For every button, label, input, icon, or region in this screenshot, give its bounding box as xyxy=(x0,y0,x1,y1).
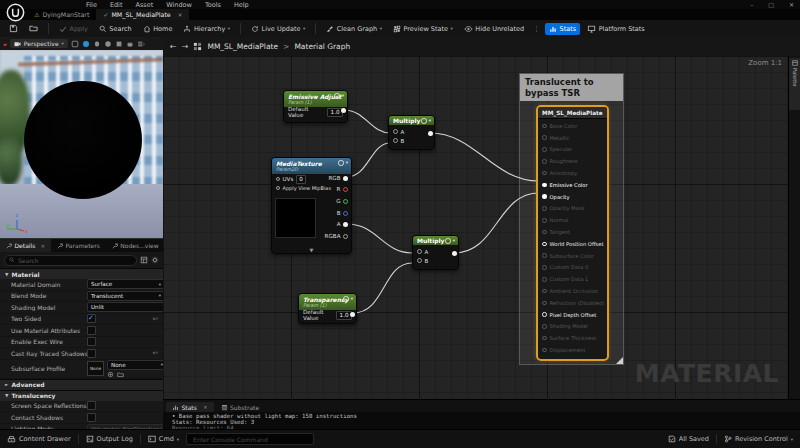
section-translucency[interactable]: ▼ Translucency xyxy=(0,390,163,401)
enable-exec-wire-checkbox[interactable] xyxy=(87,337,96,346)
output-pin[interactable] xyxy=(350,312,355,317)
nav-back-icon[interactable]: ← xyxy=(170,42,177,51)
node-header[interactable]: MediaTexture Param2D ▾ xyxy=(272,158,351,174)
input-pin[interactable] xyxy=(542,265,547,270)
result-pin-anisotropy[interactable]: Anisotropy xyxy=(542,167,605,179)
tab-details[interactable]: Details ✕ xyxy=(0,239,51,252)
input-pin-a[interactable] xyxy=(393,129,398,134)
preview-state-button[interactable]: Preview State▾ xyxy=(389,23,457,35)
two-sided-checkbox[interactable] xyxy=(87,314,96,323)
details-search-box[interactable] xyxy=(4,255,137,266)
subsurface-profile-dropdown[interactable]: None▾ xyxy=(107,360,167,370)
input-pin[interactable] xyxy=(542,324,547,329)
input-pin[interactable] xyxy=(542,253,547,258)
output-pin[interactable] xyxy=(452,251,457,256)
save-button[interactable] xyxy=(5,22,22,35)
texture-preview-thumbnail[interactable] xyxy=(275,198,316,238)
menu-tools[interactable]: Tools xyxy=(205,1,221,9)
input-pin[interactable] xyxy=(542,124,547,129)
clean-graph-button[interactable]: Clean Graph▾ xyxy=(322,23,386,35)
tab-close-icon[interactable]: ✕ xyxy=(203,404,207,410)
output-log-button[interactable]: Output Log xyxy=(86,435,133,443)
all-saved-indicator[interactable]: All Saved xyxy=(668,435,709,443)
console-command-box[interactable] xyxy=(186,433,314,445)
chevron-down-icon[interactable]: ▾ xyxy=(342,93,344,98)
node-material-result[interactable]: MM_SL_MediaPlate Base ColorMetallicSpecu… xyxy=(536,105,609,361)
node-multiply-bottom[interactable]: Multiply ▾ A B xyxy=(412,235,459,270)
output-b[interactable]: B xyxy=(337,210,348,216)
menu-edit[interactable]: Edit xyxy=(110,1,123,9)
hierarchy-button[interactable]: Hierarchy▾ xyxy=(179,23,234,35)
input-pin[interactable] xyxy=(542,312,547,317)
result-pin-opacity-mask[interactable]: Opacity Mask xyxy=(542,203,605,215)
input-pin[interactable] xyxy=(542,171,547,176)
perspective-dropdown[interactable]: Perspective ▾ xyxy=(10,39,68,48)
input-pin[interactable] xyxy=(542,336,547,341)
input-pin[interactable] xyxy=(542,242,547,247)
live-update-button[interactable]: Live Update▾ xyxy=(247,23,309,35)
input-pin[interactable] xyxy=(542,135,547,140)
result-pin-metallic[interactable]: Metallic xyxy=(542,132,605,144)
result-pin-pixel-depth-offset[interactable]: Pixel Depth Offset xyxy=(542,309,605,321)
output-r[interactable]: R xyxy=(337,186,348,192)
graph-tiles-icon[interactable] xyxy=(193,42,202,51)
chevron-up-icon[interactable]: ▾ xyxy=(346,160,348,165)
input-pin-b[interactable] xyxy=(393,138,398,143)
result-pin-opacity[interactable]: Opacity xyxy=(542,191,605,203)
screen-space-reflections-checkbox[interactable] xyxy=(87,401,96,410)
preview-mesh-sphere-lit-icon[interactable] xyxy=(82,40,90,48)
close-button[interactable]: ✕ xyxy=(789,1,794,8)
output-pin[interactable] xyxy=(343,211,348,216)
output-pin[interactable] xyxy=(343,234,348,239)
cmd-dropdown[interactable]: Cmd ▾ xyxy=(148,435,179,443)
output-rgba[interactable]: RGBA xyxy=(325,233,348,239)
viewmode-icon[interactable] xyxy=(71,40,79,48)
preview-mesh-sphere-icon[interactable] xyxy=(104,40,112,48)
minimize-button[interactable]: – xyxy=(750,1,753,8)
tab-nodes-overview[interactable]: Nodes...view xyxy=(106,239,165,252)
asset-thumbnail[interactable]: None xyxy=(87,361,104,376)
result-pin-custom-data-0[interactable]: Custom Data 0 xyxy=(542,262,605,274)
node-header[interactable]: Transparency Param (1) ▾ xyxy=(299,294,356,310)
node-header[interactable]: Multiply ▾ xyxy=(389,116,434,125)
gear-icon[interactable] xyxy=(421,118,427,124)
tab-parameters[interactable]: Parameters xyxy=(51,239,106,252)
input-pin[interactable] xyxy=(542,147,547,152)
result-pin-specular[interactable]: Specular xyxy=(542,144,605,156)
tab-mm-sl-mediaplate[interactable]: ✓ MM_SL_MediaPlate ✕ xyxy=(96,9,189,20)
menu-window[interactable]: Window xyxy=(166,1,192,9)
output-pin[interactable] xyxy=(343,187,348,192)
preview-mesh-teapot-icon[interactable] xyxy=(126,40,134,48)
home-button[interactable]: Home xyxy=(139,23,177,35)
input-pin[interactable] xyxy=(542,194,547,199)
nav-forward-icon[interactable]: → xyxy=(182,42,189,51)
result-pin-refraction-disabled[interactable]: Refraction (Disabled) xyxy=(542,297,605,309)
output-pin[interactable] xyxy=(428,131,433,136)
details-search-input[interactable] xyxy=(18,257,132,264)
tab-close-icon[interactable]: ✕ xyxy=(178,12,183,18)
input-pin[interactable] xyxy=(542,348,547,353)
use-selected-icon[interactable] xyxy=(107,371,114,378)
result-pin-ambient-occlusion[interactable]: Ambient Occlusion xyxy=(542,285,605,297)
chevron-down-icon[interactable]: ▾ xyxy=(429,118,431,123)
use-material-attributes-checkbox[interactable] xyxy=(87,326,96,335)
blend-mode-dropdown[interactable]: Translucent▾ xyxy=(87,291,165,301)
reset-to-default-icon[interactable]: ↩ xyxy=(153,315,160,323)
chevron-down-icon[interactable]: ▾ xyxy=(453,238,455,243)
result-pin-emissive-color[interactable]: Emissive Color xyxy=(542,179,605,191)
comment-title[interactable]: Translucent to bypass TSR xyxy=(520,74,623,101)
result-pin-world-position-offset[interactable]: World Position Offset xyxy=(542,238,605,250)
search-button[interactable]: Search xyxy=(95,23,136,35)
material-preview-viewport[interactable]: z y x xyxy=(0,50,163,238)
result-pin-roughness[interactable]: Roughness xyxy=(542,155,605,167)
tab-substrate[interactable]: Substrate xyxy=(215,402,266,412)
stats-button[interactable]: Stats xyxy=(545,23,580,35)
output-a[interactable]: A xyxy=(337,221,348,227)
input-pin[interactable] xyxy=(542,159,547,164)
result-pin-base-color[interactable]: Base Color xyxy=(542,120,605,132)
gear-icon[interactable] xyxy=(334,93,340,99)
section-advanced[interactable]: ► Advanced xyxy=(0,379,163,390)
output-pin[interactable] xyxy=(341,108,346,113)
output-pin[interactable] xyxy=(343,222,348,227)
menu-help[interactable]: Help xyxy=(234,1,249,9)
